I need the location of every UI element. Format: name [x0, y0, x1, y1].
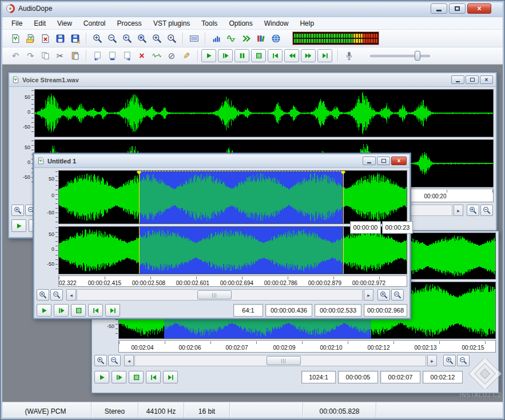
menu-options[interactable]: Options — [223, 18, 258, 29]
fast-forward-button[interactable] — [301, 49, 316, 62]
third-play-button[interactable] — [94, 371, 109, 383]
redo-button[interactable]: ↷ — [23, 49, 38, 63]
untitled-window-titlebar[interactable]: Untitled 1 × — [34, 154, 409, 168]
spectrum-analyzer-button[interactable] — [209, 31, 224, 45]
document-window-untitled1[interactable]: Untitled 1 × 50 0 -50 — [33, 153, 411, 319]
paste-button[interactable] — [67, 49, 82, 63]
third-scrollbar-track[interactable] — [134, 355, 426, 366]
voice-close-button[interactable]: × — [480, 75, 493, 84]
web-info-button[interactable] — [268, 31, 283, 45]
untitled-stop-button[interactable] — [71, 304, 86, 317]
untitled-zoom-out-horizontal-button[interactable] — [391, 289, 404, 301]
third-scroll-right-button[interactable]: ▶ — [427, 355, 437, 366]
delete-button[interactable]: × — [134, 49, 149, 63]
volume-slider[interactable] — [370, 50, 430, 62]
save-as-button[interactable] — [67, 31, 82, 45]
voice-play-button[interactable] — [11, 219, 26, 232]
cut-button[interactable]: ✂ — [53, 49, 67, 63]
voice-waveform-left[interactable] — [34, 89, 494, 137]
untitled-go-to-start-button[interactable] — [88, 304, 103, 317]
app-logo-icon — [6, 4, 15, 13]
mute-button[interactable]: ⊘ — [164, 49, 179, 63]
menu-view[interactable]: View — [51, 18, 78, 29]
select-all-button[interactable] — [105, 49, 120, 63]
open-audio-folder-button[interactable] — [23, 31, 38, 45]
menu-window[interactable]: Window — [259, 18, 295, 29]
untitled-play-button[interactable] — [37, 304, 51, 317]
zoom-vertical-button[interactable] — [149, 31, 164, 45]
titlebar[interactable]: AudioDope × — [0, 0, 505, 17]
untitled-zoom-out-vertical-button[interactable] — [50, 289, 63, 301]
third-zoom-out-vertical-button[interactable] — [108, 355, 121, 366]
third-stop-button[interactable] — [129, 371, 144, 383]
zoom-horizontal-button[interactable] — [164, 31, 179, 45]
voice-maximize-button[interactable] — [466, 75, 479, 84]
third-go-to-start-button[interactable] — [146, 371, 161, 383]
pause-button[interactable] — [234, 49, 249, 62]
rewind-button[interactable] — [284, 49, 299, 62]
menu-tools[interactable]: Tools — [196, 18, 223, 29]
voice-window-titlebar[interactable]: Voice Stream1.wav × — [9, 73, 496, 87]
volume-slider-thumb[interactable] — [415, 51, 420, 61]
edit-pencil-button[interactable]: ✎ — [179, 49, 194, 63]
stop-button[interactable] — [251, 49, 266, 62]
untitled-zoom-in-vertical-button[interactable] — [37, 289, 49, 301]
batch-markers-button[interactable] — [238, 31, 253, 45]
go-to-end-button[interactable] — [317, 49, 332, 62]
play-button[interactable] — [201, 49, 216, 62]
untitled-scrollbar-thumb[interactable] — [197, 290, 232, 299]
library-button[interactable] — [253, 31, 268, 45]
third-zoom-in-horizontal-button[interactable] — [443, 355, 456, 366]
zoom-previous-button[interactable] — [120, 31, 134, 45]
third-go-to-end-button[interactable] — [163, 371, 178, 383]
untitled-scroll-left-button[interactable]: ◀ — [66, 289, 76, 301]
untitled-close-button[interactable]: × — [391, 157, 407, 165]
voice-scroll-right-button[interactable]: ▶ — [454, 205, 463, 216]
menu-help[interactable]: Help — [294, 18, 320, 29]
third-scroll-left-button[interactable]: ◀ — [124, 355, 134, 366]
ruler-label: -50 — [47, 210, 54, 215]
untitled-minimize-button[interactable] — [363, 157, 376, 165]
waveform-view-button[interactable] — [224, 31, 238, 45]
led-segment — [333, 39, 335, 43]
untitled-scrollbar-track[interactable] — [77, 289, 363, 301]
menu-file[interactable]: File — [6, 18, 28, 29]
close-button[interactable]: × — [467, 3, 491, 14]
save-button[interactable] — [53, 31, 67, 45]
third-play-selection-button[interactable] — [112, 371, 126, 383]
third-zoom-in-vertical-button[interactable] — [94, 355, 107, 366]
close-file-button[interactable] — [38, 31, 53, 45]
zoom-out-button[interactable] — [105, 31, 120, 45]
untitled-maximize-button[interactable] — [377, 157, 390, 165]
voice-zoom-in-horizontal-button[interactable] — [467, 205, 479, 216]
voice-zoom-in-vertical-button[interactable] — [11, 205, 24, 216]
untitled-play-selection-button[interactable] — [54, 304, 69, 317]
menu-process[interactable]: Process — [112, 18, 148, 29]
untitled-go-to-end-button[interactable] — [105, 304, 120, 317]
voice-zoom-out-horizontal-button[interactable] — [480, 205, 493, 216]
zoom-selection-button[interactable] — [134, 31, 149, 45]
maximize-button[interactable] — [449, 3, 466, 14]
voice-minimize-button[interactable] — [451, 75, 464, 84]
led-segment — [351, 34, 353, 38]
undo-button[interactable]: ↶ — [8, 49, 23, 63]
third-zoom-out-horizontal-button[interactable] — [457, 355, 470, 366]
untitled-scroll-right-button[interactable]: ▶ — [364, 289, 373, 301]
record-button[interactable] — [341, 49, 356, 63]
menu-edit[interactable]: Edit — [28, 18, 51, 29]
untitled-waveform-left[interactable] — [58, 170, 407, 224]
zoom-in-button[interactable] — [90, 31, 105, 45]
select-to-end-button[interactable] — [120, 49, 134, 63]
open-audio-file-button[interactable] — [8, 31, 23, 45]
third-scrollbar-thumb[interactable] — [267, 356, 301, 365]
menu-vst-plugins[interactable]: VST plugins — [148, 18, 196, 29]
untitled-zoom-in-horizontal-button[interactable] — [377, 289, 390, 301]
menu-control[interactable]: Control — [78, 18, 112, 29]
copy-button[interactable] — [38, 49, 53, 63]
play-selection-button[interactable] — [218, 49, 233, 62]
insert-silence-button[interactable] — [149, 49, 164, 63]
select-to-start-button[interactable] — [90, 49, 105, 63]
fit-to-window-button[interactable] — [186, 31, 201, 45]
go-to-start-button[interactable] — [268, 49, 283, 62]
minimize-button[interactable] — [431, 3, 447, 14]
